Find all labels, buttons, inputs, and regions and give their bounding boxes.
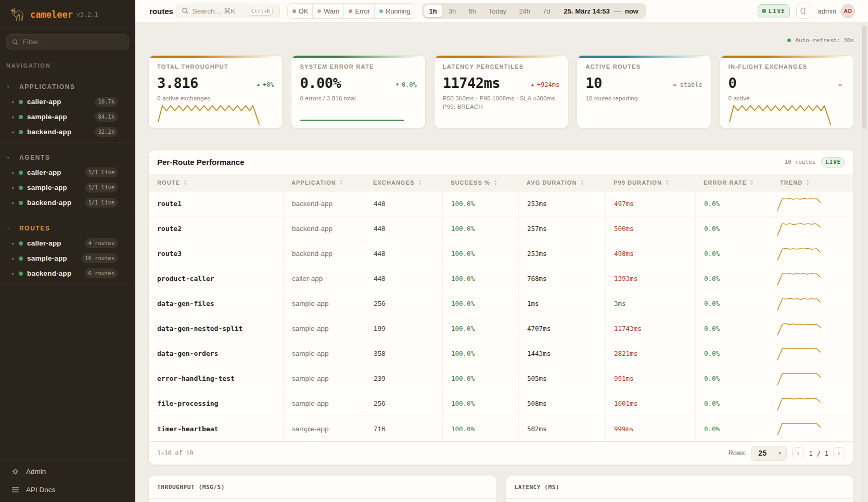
time-range-button[interactable]: 7d [537, 5, 556, 17]
sidebar-item-api-docs[interactable]: API Docs [6, 481, 129, 499]
time-range-current[interactable]: 25. März 14:53—now [557, 7, 644, 15]
sidebar-item[interactable]: ▶ caller-app 10.7k [6, 94, 129, 109]
table-row[interactable]: error-handling-test sample-app 239 100.0… [149, 366, 853, 391]
time-range-button[interactable]: 1h [424, 5, 442, 17]
prev-page-button[interactable]: ‹ [792, 447, 804, 459]
routes-count: 10 routes [785, 159, 816, 165]
table-row[interactable]: timer-heartbeat sample-app 716 100.0% 50… [149, 416, 853, 441]
cell-trend [772, 216, 853, 241]
scrollbar-thumb[interactable] [862, 25, 866, 128]
nav-section: ▾ ROUTES ▶ caller-app 4 routes ▶ sample-… [0, 213, 135, 284]
cell-avg-duration: 4707ms [518, 316, 605, 341]
filter-box[interactable] [6, 34, 129, 49]
column-header-label: P99 DURATION [614, 179, 662, 186]
cell-exchanges: 716 [365, 416, 442, 441]
column-header[interactable]: EXCHANGES [365, 174, 442, 191]
cell-exchanges: 448 [365, 241, 442, 266]
sidebar-item-badge: 4 routes [85, 238, 118, 248]
sidebar-item[interactable]: ▶ backend-app 32.2k [6, 124, 129, 139]
chevron-right-icon: ▶ [12, 115, 17, 119]
live-toggle-button[interactable]: LIVE [758, 4, 790, 18]
sidebar-item[interactable]: ▶ sample-app 84.1k [6, 109, 129, 124]
sidebar-item[interactable]: ▶ caller-app 1/1 live [6, 165, 129, 180]
column-header[interactable]: APPLICATION [283, 174, 365, 191]
next-page-button[interactable]: › [833, 447, 845, 459]
scrollbar[interactable] [861, 22, 868, 502]
cell-route: file-processing [149, 391, 283, 416]
stat-card-value-row: 11742ms ▲ +924ms [443, 75, 559, 91]
cell-p99-duration: 3ms [605, 291, 695, 316]
cell-error-rate: 0.0% [695, 416, 772, 441]
cell-p99-duration: 11743ms [605, 316, 695, 341]
page-indicator: 1 / 1 [809, 449, 828, 457]
nav-section-header[interactable]: ▾ APPLICATIONS [6, 79, 129, 94]
cell-avg-duration: 508ms [518, 391, 605, 416]
table-row[interactable]: file-processing sample-app 256 100.0% 50… [149, 391, 853, 416]
table-row[interactable]: route3 backend-app 448 100.0% 253ms 498m… [149, 241, 853, 266]
table-row[interactable]: data-gen-orders sample-app 358 100.0% 14… [149, 341, 853, 366]
table-row[interactable]: product-caller caller-app 448 100.0% 768… [149, 266, 853, 291]
column-header[interactable]: AVG DURATION [518, 174, 605, 191]
column-header[interactable]: P99 DURATION [605, 174, 695, 191]
status-dot-icon [19, 130, 23, 134]
search-input[interactable] [193, 7, 245, 15]
sidebar-item[interactable]: ▶ backend-app 6 routes [6, 266, 129, 281]
stat-card-delta-value: +924ms [537, 81, 559, 88]
column-header[interactable]: ERROR RATE [695, 174, 772, 191]
sidebar-item[interactable]: ▶ backend-app 1/1 live [6, 195, 129, 210]
nav-section-header[interactable]: ▾ ROUTES [6, 221, 129, 236]
stat-card-subtitle: 0 active [729, 95, 845, 101]
status-dot-icon [19, 100, 23, 104]
nav-section-header[interactable]: ▾ AGENTS [6, 150, 129, 165]
table-row[interactable]: data-gen-files sample-app 256 100.0% 1ms… [149, 291, 853, 316]
stat-card-subtitle2: P99: BREACH [443, 104, 559, 110]
column-header-label: APPLICATION [291, 179, 336, 186]
cell-success: 100.0% [442, 416, 518, 441]
cell-exchanges: 448 [365, 266, 442, 291]
time-range-button[interactable]: Today [482, 5, 513, 17]
time-range-button[interactable]: 6h [462, 5, 482, 17]
time-range-label: 24h [519, 7, 530, 15]
status-filter[interactable]: Running [374, 4, 415, 18]
status-dot-icon [349, 9, 352, 13]
cell-error-rate: 0.0% [695, 266, 772, 291]
time-range-button[interactable]: 3h [442, 5, 462, 17]
chart-title: LATENCY (MS) [515, 484, 560, 491]
column-header[interactable]: SUCCESS % [442, 174, 518, 191]
table-row[interactable]: data-gen-nested-split sample-app 199 100… [149, 316, 853, 341]
cell-trend [772, 366, 853, 391]
table-row[interactable]: route2 backend-app 448 100.0% 257ms 500m… [149, 216, 853, 241]
status-filter[interactable]: Warn [312, 4, 343, 18]
sidebar-item-badge: 1/1 live [85, 168, 118, 177]
sidebar-item[interactable]: ▶ sample-app 1/1 live [6, 180, 129, 195]
filter-wrap [0, 29, 135, 56]
rows-per-page-select[interactable]: 25 ▼ [751, 446, 787, 461]
nav-section-label: AGENTS [19, 154, 50, 161]
delta-arrow-icon: ▲ [531, 82, 534, 87]
search-box[interactable]: Ctrl+K [176, 4, 280, 18]
status-filter[interactable]: Error [343, 4, 374, 18]
avatar[interactable]: AD [841, 4, 855, 18]
stat-card-value: 3.816 [157, 75, 198, 91]
sidebar-item[interactable]: ▶ caller-app 4 routes [6, 236, 129, 251]
logo-row: cameleer v3.2.1 [0, 0, 135, 29]
time-range-group: 1h 3h 6h Today 24h 7d [422, 3, 646, 19]
table-row[interactable]: route1 backend-app 448 100.0% 253ms 497m… [149, 191, 853, 216]
sidebar-item-admin[interactable]: Admin [6, 462, 129, 481]
time-range-button[interactable]: 24h [513, 5, 537, 17]
sidebar-item[interactable]: ▶ sample-app 16 routes [6, 251, 129, 266]
chart-title: THROUGHPUT (MSG/S) [157, 484, 225, 491]
theme-toggle-button[interactable] [796, 4, 811, 19]
stat-card-value-row: 10 ⇔ stable [585, 75, 702, 91]
throughput-chart-panel: THROUGHPUT (MSG/S) [148, 475, 497, 502]
sort-icon [666, 180, 669, 185]
column-header[interactable]: ROUTE [149, 174, 283, 191]
delta-arrow-icon: ▲ [257, 82, 260, 87]
column-header[interactable]: TREND [772, 174, 853, 191]
cell-trend [772, 291, 853, 316]
cell-application: backend-app [283, 241, 365, 266]
chevron-down-icon: ▼ [777, 451, 782, 456]
filter-input[interactable] [23, 38, 123, 46]
status-filter[interactable]: OK [288, 4, 313, 18]
cell-success: 100.0% [442, 341, 518, 366]
